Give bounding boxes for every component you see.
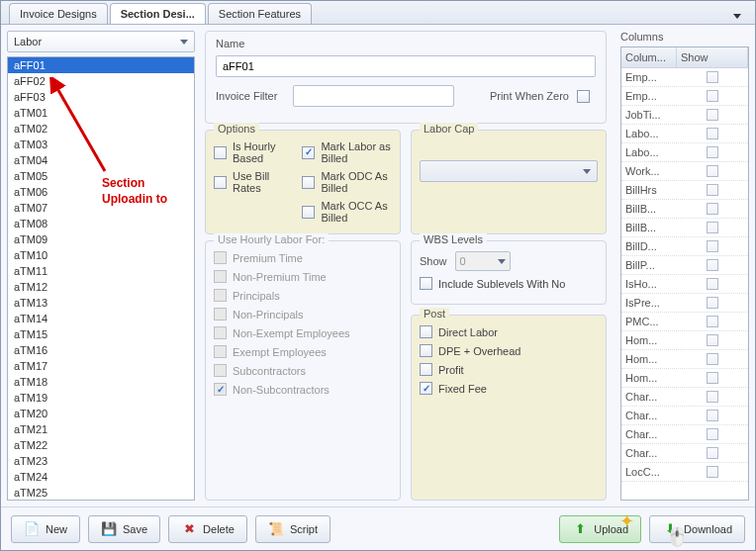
script-button[interactable]: 📜Script: [255, 515, 331, 543]
direct-labor-checkbox[interactable]: [420, 325, 432, 338]
tab-section-design[interactable]: Section Desi...: [110, 3, 206, 24]
use-bill-rates-checkbox[interactable]: [214, 176, 227, 189]
new-button[interactable]: 📄New: [11, 515, 80, 543]
list-item[interactable]: aFF03: [8, 89, 194, 105]
list-item[interactable]: aTM01: [8, 105, 194, 121]
list-item[interactable]: aTM16: [8, 342, 194, 358]
columns-row-show-checkbox[interactable]: [707, 165, 718, 177]
list-item[interactable]: aTM06: [8, 184, 194, 200]
columns-row[interactable]: BillB...: [621, 219, 748, 237]
columns-row[interactable]: Hom...: [621, 331, 748, 350]
columns-row-show-checkbox[interactable]: [707, 297, 718, 309]
list-item[interactable]: aTM23: [8, 453, 194, 469]
columns-row-show-checkbox[interactable]: [707, 71, 718, 83]
columns-row[interactable]: BillD...: [621, 237, 748, 256]
tab-invoice-designs[interactable]: Invoice Designs: [9, 3, 108, 24]
columns-grid[interactable]: Colum... Show Emp...Emp...JobTi...Labo..…: [620, 46, 749, 501]
list-item[interactable]: aTM11: [8, 263, 194, 279]
list-item[interactable]: aTM08: [8, 216, 194, 231]
list-item[interactable]: aTM04: [8, 152, 194, 168]
columns-header-name[interactable]: Colum...: [621, 47, 677, 68]
list-item[interactable]: aTM10: [8, 247, 194, 263]
save-button[interactable]: 💾Save: [88, 515, 160, 543]
list-item[interactable]: aTM12: [8, 279, 194, 295]
is-hourly-based-checkbox[interactable]: [214, 146, 227, 159]
columns-row-show-checkbox[interactable]: [707, 372, 718, 384]
columns-row-show-checkbox[interactable]: [707, 316, 718, 327]
mark-occ-billed-checkbox[interactable]: [302, 206, 315, 219]
columns-row-show-checkbox[interactable]: [707, 428, 718, 440]
list-item[interactable]: aTM19: [8, 390, 194, 406]
columns-row[interactable]: Char...: [621, 444, 748, 463]
columns-row[interactable]: Labo...: [621, 125, 748, 143]
columns-row-show-checkbox[interactable]: [707, 353, 718, 365]
columns-row[interactable]: Hom...: [621, 369, 748, 388]
list-item[interactable]: aTM25: [8, 485, 194, 501]
name-input[interactable]: [216, 55, 596, 77]
list-item[interactable]: aTM09: [8, 231, 194, 247]
list-item[interactable]: aTM18: [8, 374, 194, 390]
wbs-show-select[interactable]: 0: [455, 251, 511, 271]
columns-row[interactable]: LocC...: [621, 463, 748, 482]
include-sublevels-checkbox[interactable]: [420, 277, 432, 290]
list-item[interactable]: aTM24: [8, 469, 194, 485]
section-type-combo[interactable]: Labor: [7, 31, 195, 52]
tab-section-features[interactable]: Section Features: [208, 3, 312, 24]
mark-odc-billed-checkbox[interactable]: [302, 176, 315, 189]
columns-row-show-checkbox[interactable]: [707, 259, 718, 271]
dpe-overhead-checkbox[interactable]: [420, 344, 432, 357]
delete-button[interactable]: ✖Delete: [168, 515, 247, 543]
columns-row[interactable]: Work...: [621, 162, 748, 181]
columns-row-show-checkbox[interactable]: [707, 203, 718, 215]
columns-row[interactable]: Emp...: [621, 68, 748, 87]
columns-row-show-checkbox[interactable]: [707, 466, 718, 478]
list-item[interactable]: aTM15: [8, 326, 194, 342]
columns-row-show-checkbox[interactable]: [707, 240, 718, 252]
columns-row[interactable]: BillB...: [621, 200, 748, 219]
columns-row-show-checkbox[interactable]: [707, 391, 718, 403]
list-item[interactable]: aTM03: [8, 137, 194, 152]
fixed-fee-checkbox[interactable]: [420, 382, 432, 395]
columns-row-show-checkbox[interactable]: [707, 447, 718, 459]
columns-row[interactable]: IsHo...: [621, 275, 748, 294]
list-item[interactable]: aTM14: [8, 311, 194, 326]
columns-row[interactable]: BillP...: [621, 256, 748, 275]
columns-row-show-checkbox[interactable]: [707, 222, 718, 233]
list-item[interactable]: aFF01: [8, 57, 194, 73]
columns-row-show-checkbox[interactable]: [707, 410, 718, 421]
columns-row[interactable]: Emp...: [621, 87, 748, 106]
download-button[interactable]: ⬇Download: [649, 515, 745, 543]
list-item[interactable]: aTM05: [8, 168, 194, 184]
list-item[interactable]: aTM17: [8, 358, 194, 374]
list-item[interactable]: aTM21: [8, 421, 194, 437]
columns-row[interactable]: Char...: [621, 425, 748, 444]
list-item[interactable]: aTM20: [8, 406, 194, 421]
columns-row[interactable]: PMC...: [621, 313, 748, 331]
profit-checkbox[interactable]: [420, 363, 432, 376]
columns-row-show-checkbox[interactable]: [707, 334, 718, 346]
list-item[interactable]: aTM07: [8, 200, 194, 216]
columns-row[interactable]: IsPre...: [621, 294, 748, 313]
list-item[interactable]: aTM02: [8, 121, 194, 137]
columns-row-show-checkbox[interactable]: [707, 90, 718, 102]
labor-cap-combo[interactable]: [420, 160, 598, 182]
tabbar-menu-icon[interactable]: [735, 10, 749, 24]
columns-row-show-checkbox[interactable]: [707, 146, 718, 158]
upload-button[interactable]: ⬆ Upload ✦: [559, 515, 641, 543]
invoice-filter-input[interactable]: [293, 85, 454, 107]
section-list[interactable]: aFF01aFF02aFF03aTM01aTM02aTM03aTM04aTM05…: [7, 56, 195, 501]
print-when-zero-checkbox[interactable]: [577, 90, 590, 103]
columns-row[interactable]: Char...: [621, 388, 748, 407]
columns-row-show-checkbox[interactable]: [707, 128, 718, 139]
columns-row[interactable]: Char...: [621, 407, 748, 425]
columns-row[interactable]: Labo...: [621, 143, 748, 162]
list-item[interactable]: aFF02: [8, 73, 194, 89]
list-item[interactable]: aTM22: [8, 437, 194, 453]
columns-row[interactable]: BillHrs: [621, 181, 748, 200]
mark-labor-billed-checkbox[interactable]: [302, 146, 315, 159]
columns-row-show-checkbox[interactable]: [707, 184, 718, 196]
columns-row-show-checkbox[interactable]: [707, 278, 718, 290]
list-item[interactable]: aTM13: [8, 295, 194, 311]
columns-header-show[interactable]: Show: [677, 47, 748, 68]
columns-row[interactable]: JobTi...: [621, 106, 748, 125]
